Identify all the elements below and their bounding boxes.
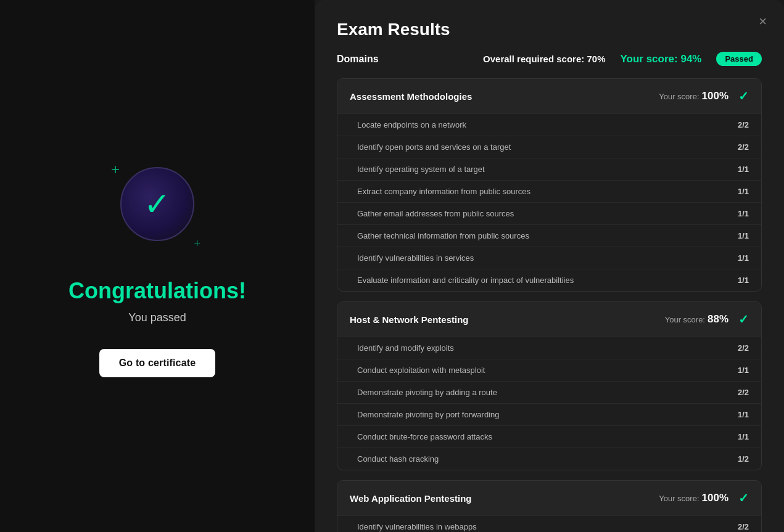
domain-score-value: 100% — [702, 90, 728, 102]
skill-score: 1/1 — [738, 165, 749, 174]
skill-score: 1/1 — [738, 187, 749, 196]
skill-score: 1/1 — [738, 366, 749, 375]
domain-section: Assessment MethodologiesYour score: 100%… — [337, 78, 762, 292]
skill-row: Conduct brute-force password attacks1/1 — [337, 425, 761, 448]
skill-name: Identify vulnerabilities in webapps — [357, 522, 738, 531]
required-score: Overall required score: 70% — [483, 54, 605, 64]
exam-title: Exam Results — [337, 20, 762, 39]
skill-name: Conduct brute-force password attacks — [357, 432, 738, 441]
skill-score: 1/1 — [738, 410, 749, 419]
skill-score: 2/2 — [738, 343, 749, 353]
domain-score-value: 100% — [702, 492, 728, 504]
domain-header: Assessment MethodologiesYour score: 100%… — [337, 79, 761, 113]
skill-row: Identify open ports and services on a ta… — [337, 136, 761, 158]
domain-header: Host & Network PentestingYour score: 88%… — [337, 302, 761, 337]
skill-name: Gather email addresses from public sourc… — [357, 209, 738, 218]
skill-row: Identify operating system of a target1/1 — [337, 158, 761, 180]
domain-name: Host & Network Pentesting — [350, 314, 665, 325]
skill-row: Gather technical information from public… — [337, 224, 761, 247]
skill-row: Identify vulnerabilities in services1/1 — [337, 247, 761, 269]
required-score-label: Overall required score: — [483, 54, 587, 64]
skill-score: 2/2 — [738, 120, 749, 129]
skill-name: Conduct exploitation with metasploit — [357, 366, 738, 375]
domain-score-label: Your score: — [665, 315, 705, 324]
skill-row: Gather email addresses from public sourc… — [337, 202, 761, 224]
skill-name: Extract company information from public … — [357, 187, 738, 196]
domain-score-label: Your score: — [659, 494, 699, 503]
you-passed-text: You passed — [128, 311, 186, 324]
skill-name: Demonstrate pivoting by adding a route — [357, 388, 738, 397]
skill-name: Conduct hash cracking — [357, 454, 738, 464]
passed-badge: Passed — [716, 52, 762, 66]
skill-row: Identify vulnerabilities in webapps2/2 — [337, 515, 761, 532]
skill-name: Identify and modify exploits — [357, 343, 738, 353]
close-button[interactable]: × — [759, 15, 767, 28]
domain-check-icon: ✓ — [738, 312, 749, 327]
score-header: Domains Overall required score: 70% Your… — [337, 52, 762, 66]
skill-name: Identify vulnerabilities in services — [357, 253, 738, 263]
skill-score: 2/2 — [738, 388, 749, 397]
skill-score: 2/2 — [738, 522, 749, 531]
success-animation: + ✓ + — [108, 155, 207, 253]
plus-icon-tl: + — [111, 161, 120, 178]
skill-row: Locate endpoints on a network2/2 — [337, 113, 761, 136]
modal-header: × Exam Results Domains Overall required … — [315, 0, 784, 78]
checkmark-icon: ✓ — [144, 188, 171, 220]
modal-body: Assessment MethodologiesYour score: 100%… — [315, 78, 784, 532]
skill-row: Demonstrate pivoting by port forwarding1… — [337, 403, 761, 425]
skill-row: Identify and modify exploits2/2 — [337, 337, 761, 359]
exam-results-modal: × Exam Results Domains Overall required … — [315, 0, 784, 532]
skill-score: 1/1 — [738, 276, 749, 285]
skill-score: 1/1 — [738, 432, 749, 441]
skill-score: 1/1 — [738, 231, 749, 240]
domain-section: Web Application PentestingYour score: 10… — [337, 480, 762, 532]
required-score-value: 70% — [587, 54, 605, 64]
plus-icon-br: + — [194, 237, 200, 250]
domain-check-icon: ✓ — [738, 491, 749, 505]
skill-score: 1/2 — [738, 454, 749, 464]
skill-score: 1/1 — [738, 253, 749, 263]
domain-section: Host & Network PentestingYour score: 88%… — [337, 301, 762, 470]
your-score-header: Your score: 94% — [620, 53, 701, 65]
domains-label: Domains — [337, 54, 468, 65]
skill-name: Locate endpoints on a network — [357, 120, 738, 129]
go-to-certificate-button[interactable]: Go to certificate — [99, 349, 216, 377]
skill-row: Extract company information from public … — [337, 180, 761, 202]
skill-name: Identify operating system of a target — [357, 165, 738, 174]
domain-score-label: Your score: — [659, 92, 699, 101]
domain-name: Web Application Pentesting — [350, 493, 659, 504]
success-circle: ✓ — [120, 167, 194, 241]
skill-row: Conduct exploitation with metasploit1/1 — [337, 359, 761, 381]
skill-row: Evaluate information and criticality or … — [337, 269, 761, 291]
skill-row: Demonstrate pivoting by adding a route2/… — [337, 381, 761, 403]
your-score-label: Your score: — [620, 53, 680, 65]
skill-name: Demonstrate pivoting by port forwarding — [357, 410, 738, 419]
skill-name: Evaluate information and criticality or … — [357, 276, 738, 285]
skill-score: 1/1 — [738, 209, 749, 218]
skill-row: Conduct hash cracking1/2 — [337, 448, 761, 470]
skill-name: Identify open ports and services on a ta… — [357, 142, 738, 152]
your-score-value: 94% — [680, 53, 701, 65]
left-panel: + ✓ + Congratulations! You passed Go to … — [0, 0, 315, 532]
skill-score: 2/2 — [738, 142, 749, 152]
congratulations-title: Congratulations! — [68, 278, 246, 304]
skill-name: Gather technical information from public… — [357, 231, 738, 240]
domain-score-value: 88% — [708, 313, 728, 325]
domain-name: Assessment Methodologies — [350, 91, 659, 102]
domain-check-icon: ✓ — [738, 89, 749, 104]
domain-header: Web Application PentestingYour score: 10… — [337, 481, 761, 515]
